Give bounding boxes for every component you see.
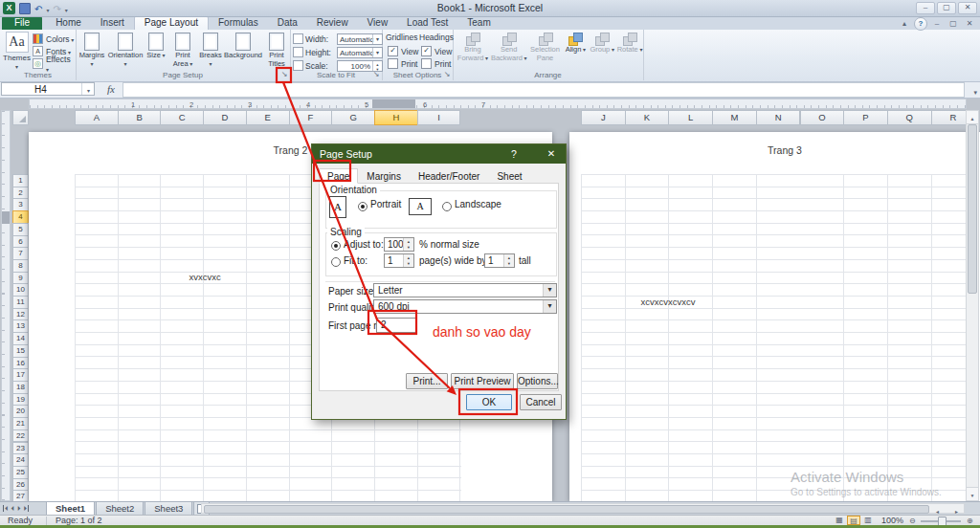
row-header-8[interactable]: 8: [12, 259, 29, 273]
row-header-1[interactable]: 1: [12, 174, 29, 187]
scroll-down-icon[interactable]: [967, 487, 978, 500]
row-header-15[interactable]: 15: [12, 344, 29, 358]
ribbon-button-align[interactable]: Align: [563, 33, 588, 62]
dialog-tab-sheet[interactable]: Sheet: [488, 168, 530, 184]
ribbon-tab-home[interactable]: Home: [46, 16, 91, 30]
row-header-21[interactable]: 21: [12, 417, 29, 430]
close-button[interactable]: [958, 2, 977, 14]
row-header-14[interactable]: 14: [12, 332, 29, 345]
checkbox-headings-view[interactable]: ✓View: [419, 45, 451, 57]
workbook-restore-icon[interactable]: [947, 18, 960, 30]
ribbon-button-print-titles[interactable]: Print Titles: [263, 32, 290, 68]
column-header-f[interactable]: F: [289, 110, 333, 125]
undo-dropdown-icon[interactable]: [46, 3, 49, 14]
formula-input[interactable]: [122, 82, 965, 98]
vertical-scrollbar-thumb[interactable]: [968, 124, 977, 294]
column-header-o[interactable]: O: [800, 110, 845, 125]
fit-tall-spinner[interactable]: 1: [484, 253, 515, 268]
row-header-22[interactable]: 22: [12, 429, 29, 443]
column-header-k[interactable]: K: [625, 110, 670, 125]
column-header-g[interactable]: G: [331, 110, 375, 125]
column-header-m[interactable]: M: [712, 110, 757, 125]
ribbon-tab-team[interactable]: Team: [457, 16, 500, 30]
row-header-4[interactable]: 4: [12, 210, 29, 224]
column-header-d[interactable]: D: [203, 110, 247, 125]
portrait-radio[interactable]: [358, 202, 368, 211]
row-header-3[interactable]: 3: [12, 198, 29, 211]
column-header-p[interactable]: P: [843, 110, 888, 125]
ribbon-tab-file[interactable]: File: [2, 16, 42, 30]
ribbon-button-margins[interactable]: Margins: [78, 32, 106, 68]
paper-size-dropdown[interactable]: Letter: [373, 283, 557, 297]
adjust-to-radio[interactable]: [331, 241, 341, 251]
row-header-9[interactable]: 9: [12, 272, 29, 285]
ribbon-tab-insert[interactable]: Insert: [91, 16, 134, 30]
dialog-close-icon[interactable]: ✕: [537, 144, 566, 164]
row-header-23[interactable]: 23: [12, 442, 29, 455]
row-header-26[interactable]: 26: [12, 478, 29, 492]
scale-input[interactable]: 100%: [337, 60, 383, 72]
select-all-corner[interactable]: [12, 110, 29, 125]
column-header-h[interactable]: H: [374, 110, 418, 125]
row-header-18[interactable]: 18: [12, 381, 29, 394]
column-header-q[interactable]: Q: [887, 110, 932, 125]
ribbon-tab-load-test[interactable]: Load Test: [397, 16, 457, 30]
vertical-scrollbar[interactable]: [966, 110, 979, 501]
normal-view-button[interactable]: [833, 516, 846, 525]
print-preview-button[interactable]: Print Preview: [451, 373, 514, 389]
row-header-19[interactable]: 19: [12, 393, 29, 407]
row-header-13[interactable]: 13: [12, 319, 29, 333]
dialog-title-bar[interactable]: Page Setup: [312, 144, 566, 164]
column-header-l[interactable]: L: [668, 110, 713, 125]
checkbox-headings-print[interactable]: Print: [419, 57, 451, 70]
name-box-dropdown-icon[interactable]: [81, 83, 95, 95]
ribbon-tab-page-layout[interactable]: Page Layout: [134, 16, 209, 30]
sheet-tab-sheet2[interactable]: Sheet2: [96, 502, 144, 516]
column-header-b[interactable]: B: [118, 110, 162, 125]
row-header-17[interactable]: 17: [12, 368, 29, 382]
expand-formula-bar-icon[interactable]: [973, 85, 977, 97]
save-icon[interactable]: [19, 3, 31, 14]
cancel-button[interactable]: Cancel: [520, 394, 562, 410]
workbook-minimize-icon[interactable]: [930, 18, 944, 30]
row-header-24[interactable]: 24: [12, 453, 29, 467]
fit-wide-spinner[interactable]: 1: [384, 253, 414, 268]
horizontal-scrollbar[interactable]: [201, 503, 965, 514]
dialog-tab-header-footer[interactable]: Header/Footer: [410, 168, 488, 184]
row-header-2[interactable]: 2: [12, 187, 29, 200]
help-icon[interactable]: ?: [914, 17, 927, 31]
workbook-close-icon[interactable]: [963, 18, 976, 30]
landscape-radio[interactable]: [442, 202, 452, 211]
ribbon-tab-view[interactable]: View: [358, 16, 398, 30]
print-button[interactable]: Print...: [406, 373, 448, 389]
dialog-tab-page[interactable]: Page: [319, 168, 358, 184]
column-header-c[interactable]: C: [160, 110, 204, 125]
first-sheet-icon[interactable]: [3, 502, 9, 516]
maximize-button[interactable]: [937, 2, 956, 14]
ribbon-tab-review[interactable]: Review: [307, 16, 358, 30]
row-header-11[interactable]: 11: [12, 296, 29, 309]
column-header-i[interactable]: I: [417, 110, 461, 125]
sheet-options-dialog-launcher-icon[interactable]: [442, 70, 452, 79]
row-header-12[interactable]: 12: [12, 308, 29, 321]
next-sheet-icon[interactable]: [17, 502, 21, 516]
print-quality-dropdown[interactable]: 600 dpi: [373, 299, 557, 314]
height-input[interactable]: Automatic: [337, 47, 383, 58]
column-header-a[interactable]: A: [75, 110, 119, 125]
ribbon-button-background[interactable]: Background: [223, 32, 263, 68]
row-header-6[interactable]: 6: [12, 235, 29, 249]
checkbox-gridlines-view[interactable]: ✓View: [386, 45, 417, 57]
insert-function-button[interactable]: fx: [101, 82, 121, 96]
first-page-number-input[interactable]: 2: [376, 318, 416, 333]
row-header-27[interactable]: 27: [12, 490, 29, 501]
row-header-7[interactable]: 7: [12, 247, 29, 260]
column-header-e[interactable]: E: [246, 110, 290, 125]
customize-quick-access-icon[interactable]: [65, 3, 68, 14]
undo-icon[interactable]: [34, 3, 42, 14]
page-setup-dialog-launcher-icon[interactable]: [279, 70, 289, 79]
ribbon-tab-data[interactable]: Data: [268, 16, 307, 30]
width-input[interactable]: Automatic: [337, 33, 383, 45]
scroll-up-icon[interactable]: [967, 111, 978, 124]
ribbon-button-breaks[interactable]: Breaks: [198, 32, 223, 68]
dialog-tab-margins[interactable]: Margins: [358, 168, 410, 184]
